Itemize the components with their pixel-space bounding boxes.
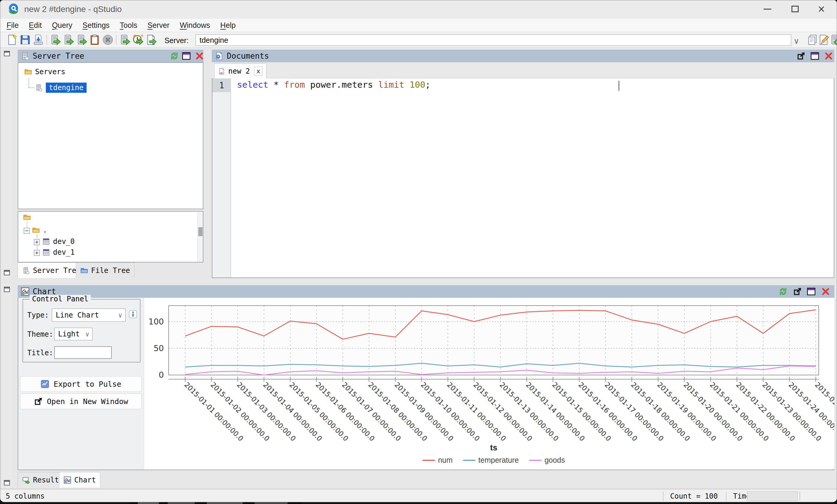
scrollbar[interactable] — [197, 211, 203, 262]
panel-dock-icon[interactable] — [3, 286, 11, 293]
expand-toggle-icon[interactable] — [34, 239, 40, 244]
tree-node-root-folder[interactable] — [23, 213, 34, 221]
tab-chart[interactable]: Chart — [59, 472, 100, 487]
expand-toggle-icon[interactable] — [34, 249, 40, 255]
tree-node-dot-folder[interactable]: . — [24, 226, 47, 234]
close-panel-icon[interactable] — [195, 52, 204, 60]
save-icon[interactable] — [19, 34, 31, 45]
tab-label: File Tree — [91, 266, 130, 275]
maximize-panel-icon[interactable] — [807, 287, 816, 296]
export-to-pulse-button[interactable]: Export to Pulse — [20, 376, 142, 392]
tree-node-tdengine[interactable]: tdengine — [35, 82, 87, 93]
tree-node-label: dev_1 — [53, 248, 75, 257]
database-tree: . dev_0 dev_1 — [18, 211, 203, 262]
tree-node-label-selected: tdengine — [46, 82, 87, 93]
send-to-server-icon[interactable] — [119, 34, 130, 45]
menu-settings[interactable]: Settings — [77, 19, 114, 32]
status-separator — [726, 492, 727, 501]
menu-bar: FileEditQuerySettingsToolsServerWindowsH… — [0, 19, 837, 32]
tree-node-dev1[interactable]: dev_1 — [34, 248, 75, 257]
run-highlighted-icon[interactable] — [76, 34, 87, 45]
menu-query[interactable]: Query — [47, 19, 77, 32]
tab-server-tree[interactable]: Server Tree — [18, 262, 85, 278]
menu-edit[interactable]: Edit — [24, 19, 47, 32]
menu-help[interactable]: Help — [215, 19, 241, 32]
sql-code-line: select * from power.meters limit 100; — [237, 80, 430, 90]
legend-item-num: num — [422, 456, 453, 465]
save-as-icon[interactable] — [33, 34, 44, 45]
legend-swatch — [422, 460, 435, 461]
scrollbar-thumb[interactable] — [198, 227, 202, 236]
minimize-icon — [764, 9, 771, 10]
table-icon — [42, 238, 50, 245]
close-panel-icon[interactable] — [821, 287, 830, 296]
popout-icon[interactable] — [793, 287, 802, 296]
result-icon-icon — [22, 476, 30, 484]
toolbar-divider — [47, 35, 47, 44]
new-document-icon[interactable] — [6, 34, 18, 45]
sql-editor[interactable]: 1 select * from power.meters limit 100; — [212, 78, 834, 278]
tree-node-label: . — [43, 226, 47, 234]
schedule-query-icon[interactable] — [132, 34, 143, 45]
popout-icon[interactable] — [797, 52, 805, 60]
run-query-icon[interactable] — [50, 34, 61, 45]
copy-document-icon[interactable] — [807, 34, 818, 45]
maximize-button[interactable] — [782, 0, 808, 18]
tree-node-label: dev_0 — [53, 237, 75, 246]
tree-node-dev0[interactable]: dev_0 — [34, 237, 75, 246]
text-caret — [619, 81, 619, 91]
chevron-down-icon[interactable]: ∨ — [794, 37, 800, 43]
documents-title: Documents — [227, 52, 269, 60]
documents-panel-header[interactable]: Documents — [212, 50, 834, 62]
minimize-button[interactable] — [754, 0, 780, 18]
close-icon: × — [818, 3, 825, 15]
chart-type-select[interactable]: Line Chart ∨ — [52, 309, 126, 322]
add-server-icon[interactable] — [830, 34, 837, 45]
menu-windows[interactable]: Windows — [175, 19, 215, 32]
menu-file[interactable]: File — [1, 19, 24, 32]
chart-title-label: Title: — [27, 349, 53, 357]
chart-title-input[interactable] — [54, 346, 112, 359]
menu-tools[interactable]: Tools — [115, 19, 142, 32]
modified-document-icon — [218, 67, 225, 75]
edit-document-icon[interactable] — [818, 34, 830, 45]
theme-label: Theme: — [27, 330, 53, 338]
qstudio-logo-icon — [7, 3, 20, 16]
sql-token: from — [284, 80, 305, 90]
legend-swatch — [529, 460, 541, 461]
collapse-toggle-icon[interactable] — [24, 227, 30, 233]
menu-server[interactable]: Server — [142, 19, 175, 32]
document-tab-new2[interactable]: new 2 x — [214, 63, 266, 78]
chart-panel-header[interactable]: Chart — [18, 285, 834, 298]
server-select[interactable]: tdengine — [196, 34, 791, 46]
run-current-statement-icon[interactable] — [63, 34, 74, 45]
refresh-icon[interactable] — [170, 52, 179, 60]
stop-icon[interactable] — [102, 34, 113, 45]
server-tree-panel-header[interactable]: Server Tree — [18, 50, 203, 62]
clipboard-icon[interactable] — [89, 34, 100, 45]
info-icon[interactable] — [128, 310, 138, 319]
run-script-icon[interactable] — [145, 34, 157, 45]
folder-icon — [24, 68, 32, 76]
panel-dock-icon[interactable] — [3, 269, 11, 276]
status-separator — [663, 492, 663, 501]
maximize-panel-icon[interactable] — [811, 52, 819, 60]
close-panel-icon[interactable] — [824, 52, 833, 60]
open-in-new-window-button[interactable]: Open in New Window — [20, 394, 142, 409]
refresh-icon[interactable] — [779, 287, 787, 296]
tree-node-servers[interactable]: Servers — [24, 68, 65, 76]
tab-result[interactable]: Result — [18, 472, 64, 487]
tab-close-button[interactable]: x — [254, 67, 263, 76]
close-button[interactable]: × — [808, 0, 834, 18]
maximize-panel-icon[interactable] — [182, 52, 191, 60]
panel-dock-icon[interactable] — [3, 479, 11, 486]
table-icon — [42, 248, 50, 256]
tree-node-label: Servers — [35, 68, 65, 76]
title-bar[interactable]: new 2 #tdengine - qStudio × — [0, 0, 837, 19]
tab-file-tree[interactable]: File Tree — [76, 262, 135, 278]
sql-token: ; — [425, 80, 430, 90]
theme-select[interactable]: Light ∨ — [54, 328, 93, 340]
folder-icon — [23, 213, 31, 221]
panel-dock-icon[interactable] — [3, 50, 11, 57]
sql-token: 100 — [405, 80, 425, 90]
